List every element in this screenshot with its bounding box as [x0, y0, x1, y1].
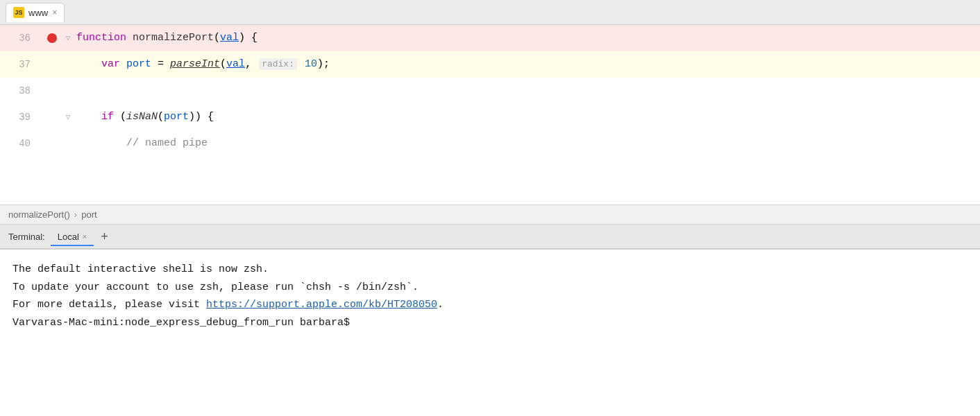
code-lines: 36 ▽ function normalizePort(val) { 37 va… [0, 25, 980, 157]
number-10: 10 [305, 58, 317, 70]
line-number-37: 37 [0, 51, 42, 78]
file-tab-www[interactable]: JS www × [6, 3, 65, 22]
code-content-39: if (isNaN(port)) { [74, 104, 980, 130]
line-number-36: 36 [0, 25, 42, 51]
breadcrumb-bar: normalizePort() › port [0, 205, 980, 225]
code-line-37: 37 var port = parseInt(val, radix: 10); [0, 51, 980, 78]
editor-area: 36 ▽ function normalizePort(val) { 37 va… [0, 25, 980, 205]
function-name: normalizePort [133, 32, 214, 44]
line-number-38: 38 [0, 78, 42, 104]
breadcrumb-variable[interactable]: port [81, 209, 96, 220]
keyword-var: var [101, 58, 120, 70]
fold-arrow-39[interactable]: ▽ [62, 112, 74, 123]
arg-val: val [226, 58, 245, 70]
code-line-40: 40 // named pipe [0, 130, 980, 157]
terminal-add-button[interactable]: + [96, 230, 112, 243]
line-number-40: 40 [0, 130, 42, 157]
tab-filename: www [28, 8, 48, 18]
breadcrumb-function[interactable]: normalizePort() [8, 209, 70, 220]
terminal-tab-close[interactable]: × [83, 232, 87, 241]
fold-spacer-40 [62, 138, 74, 149]
js-file-icon: JS [13, 7, 24, 18]
terminal-section: Terminal: Local × + The default interact… [0, 225, 980, 416]
tab-bar: JS www × [0, 0, 980, 25]
terminal-tab-label: Local [58, 232, 79, 242]
line-number-39: 39 [0, 104, 42, 130]
terminal-tab-bar: Terminal: Local × + [0, 225, 980, 250]
terminal-line-3: For more details, please visit https://s… [12, 296, 968, 314]
code-content-36: function normalizePort(val) { [74, 25, 980, 51]
builtin-parseint: parseInt [170, 58, 220, 70]
terminal-label: Terminal: [8, 232, 45, 242]
param-val: val [220, 32, 239, 44]
fold-spacer-38 [62, 85, 74, 96]
tab-close-button[interactable]: × [52, 8, 57, 17]
code-content-37: var port = parseInt(val, radix: 10); [74, 51, 980, 78]
code-content-40: // named pipe [74, 130, 980, 157]
builtin-isnan: isNaN [126, 111, 158, 123]
terminal-prompt: Varvaras-Mac-mini:node_express_debug_fro… [12, 314, 968, 332]
keyword-if: if [101, 111, 114, 123]
terminal-line-1: The default interactive shell is now zsh… [12, 261, 968, 279]
breadcrumb-chevron: › [74, 209, 77, 220]
terminal-line-2: To update your account to use zsh, pleas… [12, 279, 968, 297]
arg-port: port [164, 111, 189, 123]
breakpoint-dot[interactable] [47, 33, 57, 43]
terminal-content[interactable]: The default interactive shell is now zsh… [0, 250, 980, 416]
keyword-function: function [76, 32, 126, 44]
var-port: port [126, 58, 151, 70]
breakpoint-area-36[interactable] [42, 33, 62, 43]
code-line-36: 36 ▽ function normalizePort(val) { [0, 25, 980, 51]
fold-spacer-37 [62, 59, 74, 70]
terminal-link[interactable]: https://support.apple.com/kb/HT208050 [206, 299, 437, 311]
fold-arrow-36[interactable]: ▽ [62, 33, 74, 44]
code-line-38: 38 [0, 78, 980, 104]
hint-radix: radix: [259, 58, 297, 70]
code-line-39: 39 ▽ if (isNaN(port)) { [0, 104, 980, 130]
terminal-tab-local[interactable]: Local × [51, 229, 94, 246]
